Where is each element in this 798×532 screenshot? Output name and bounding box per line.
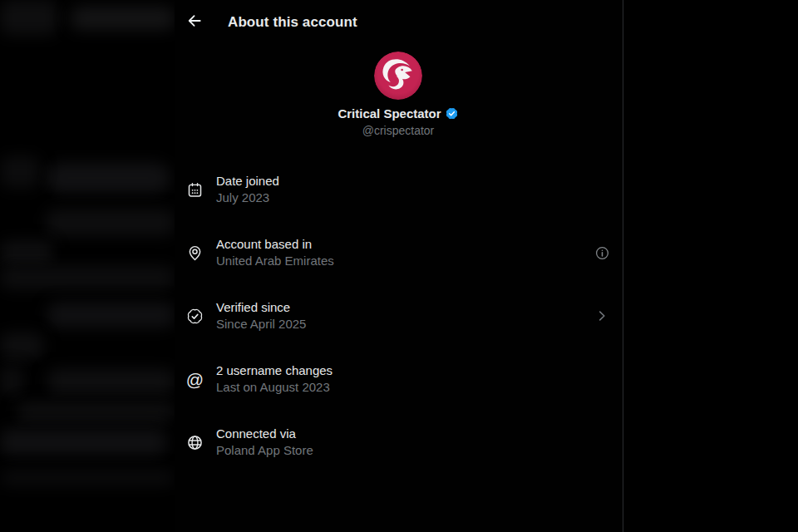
bg-blob <box>0 429 166 456</box>
avatar <box>374 52 422 100</box>
lion-logo-icon <box>374 52 422 100</box>
row-date-joined: Date joined July 2023 <box>175 158 622 221</box>
row-subtitle: United Arab Emirates <box>216 253 593 269</box>
bg-blob <box>47 369 175 394</box>
bg-blob <box>17 402 175 422</box>
row-verified-since[interactable]: Verified since Since April 2025 <box>175 284 622 347</box>
row-account-based-in: Account based in United Arab Emirates <box>175 221 622 284</box>
row-subtitle: July 2023 <box>216 190 611 206</box>
bg-blob <box>0 470 175 485</box>
row-title: 2 username changes <box>216 362 611 379</box>
display-name: Critical Spectator <box>337 106 441 121</box>
page-title: About this account <box>228 14 357 31</box>
bg-blob <box>46 163 170 193</box>
display-name-row: Critical Spectator <box>337 106 458 121</box>
bg-blob <box>0 266 175 289</box>
row-title: Date joined <box>216 173 611 190</box>
chevron-right-icon <box>593 307 611 325</box>
bg-blob <box>46 209 175 236</box>
bg-blob <box>47 303 175 328</box>
row-title: Account based in <box>216 236 593 253</box>
account-info-list: Date joined July 2023 Account based in U… <box>175 158 622 474</box>
row-subtitle: Last on August 2023 <box>216 379 611 396</box>
row-title: Verified since <box>216 299 593 316</box>
arrow-left-icon <box>186 12 203 32</box>
bg-blob <box>0 241 53 264</box>
globe-icon <box>186 434 204 451</box>
row-username-changes: @ 2 username changes Last on August 2023 <box>175 347 622 411</box>
bg-blob <box>0 366 23 396</box>
profile-summary: Critical Spectator @crispectator <box>175 52 622 137</box>
info-icon[interactable] <box>593 244 611 262</box>
row-title: Connected via <box>216 426 611 442</box>
row-connected-via: Connected via Poland App Store <box>175 411 622 474</box>
about-account-panel: About this account C <box>175 0 622 532</box>
at-symbol-icon: @ <box>186 371 204 388</box>
bg-blob <box>71 7 175 30</box>
verified-seal-icon <box>186 308 204 325</box>
user-handle: @crispectator <box>362 124 435 137</box>
bg-blob <box>0 156 40 188</box>
column-divider <box>623 0 623 532</box>
back-button[interactable] <box>186 14 203 31</box>
verified-badge-icon <box>445 106 459 121</box>
location-pin-icon <box>186 244 204 262</box>
calendar-icon <box>186 181 204 199</box>
bg-blob <box>0 332 43 359</box>
bg-blob <box>0 0 58 35</box>
row-subtitle: Poland App Store <box>216 442 611 459</box>
panel-header: About this account <box>175 0 622 44</box>
row-subtitle: Since April 2025 <box>216 316 593 332</box>
